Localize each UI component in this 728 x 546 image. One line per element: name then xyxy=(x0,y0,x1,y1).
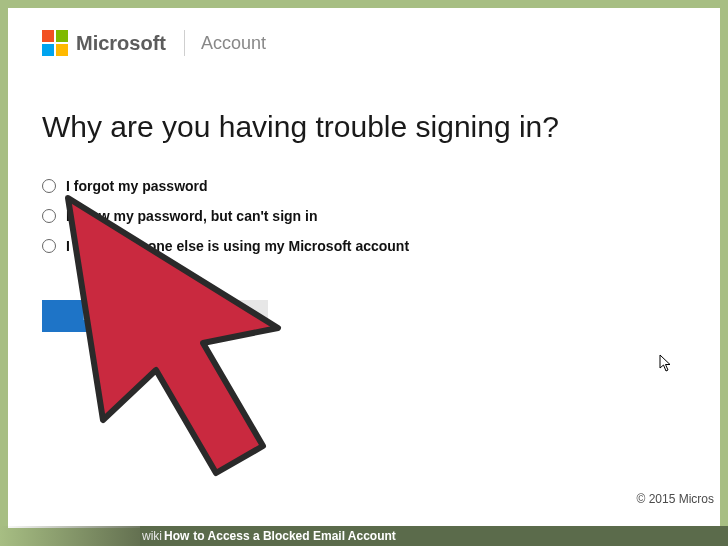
radio-icon xyxy=(42,209,56,223)
caption-wiki-bold: How xyxy=(164,529,189,543)
cancel-button[interactable] xyxy=(160,300,268,332)
caption-bar: wikiHow to Access a Blocked Email Accoun… xyxy=(0,526,728,546)
radio-icon xyxy=(42,239,56,253)
caption-text: to Access a Blocked Email Account xyxy=(193,529,396,543)
section-label: Account xyxy=(201,33,266,54)
next-button[interactable]: Next xyxy=(42,300,150,332)
options-group: I forgot my password I know my password,… xyxy=(42,178,686,254)
page-title: Why are you having trouble signing in? xyxy=(42,110,686,144)
copyright-text: © 2015 Micros xyxy=(636,492,714,506)
radio-icon xyxy=(42,179,56,193)
option-someone-else[interactable]: I think someone else is using my Microso… xyxy=(42,238,686,254)
option-label: I think someone else is using my Microso… xyxy=(66,238,409,254)
screenshot-frame: Microsoft Account Why are you having tro… xyxy=(0,0,728,546)
option-label: I forgot my password xyxy=(66,178,208,194)
option-know-password[interactable]: I know my password, but can't sign in xyxy=(42,208,686,224)
button-row: Next xyxy=(42,300,686,332)
caption-wiki-prefix: wiki xyxy=(142,529,162,543)
header: Microsoft Account xyxy=(42,30,686,56)
mouse-cursor-icon xyxy=(659,354,673,376)
microsoft-logo-icon xyxy=(42,30,68,56)
option-label: I know my password, but can't sign in xyxy=(66,208,317,224)
page: Microsoft Account Why are you having tro… xyxy=(8,8,720,528)
header-divider xyxy=(184,30,185,56)
brand-label: Microsoft xyxy=(76,32,166,55)
option-forgot-password[interactable]: I forgot my password xyxy=(42,178,686,194)
